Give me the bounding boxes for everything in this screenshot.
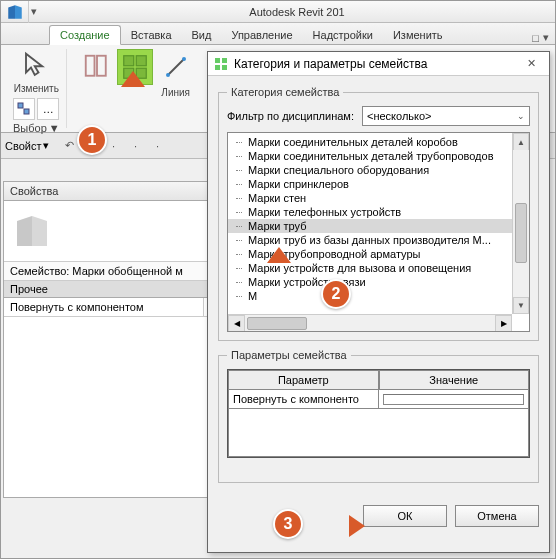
tree-hscrollbar[interactable]: ◀ ▶	[228, 314, 512, 331]
select-type-button[interactable]	[13, 98, 35, 120]
line-tool-button[interactable]	[155, 49, 197, 85]
qat-icon-5[interactable]: ·	[147, 136, 167, 156]
properties-section-label: Свойст	[5, 140, 41, 152]
svg-rect-14	[222, 65, 227, 70]
tree-item[interactable]: Марки специального оборудования	[228, 163, 529, 177]
ribbon-group-select: Изменить … Выбор ▼	[7, 49, 67, 128]
family-selector[interactable]: Семейство: Марки обобщенной м	[4, 261, 234, 281]
dialog-icon	[214, 57, 228, 71]
tab-box-icon[interactable]: □	[532, 32, 539, 44]
tab-chevron-icon[interactable]: ▾	[543, 31, 549, 44]
properties-section-button[interactable]: Свойст ▾	[5, 139, 49, 152]
tree-vscrollbar[interactable]: ▲ ▼	[512, 133, 529, 314]
properties-title: Свойства	[4, 182, 234, 201]
svg-line-8	[168, 59, 184, 75]
tree-item[interactable]: Марки спринклеров	[228, 177, 529, 191]
value-header: Значение	[379, 370, 530, 390]
modify-tool-button[interactable]	[18, 49, 54, 81]
group-other: Прочее	[4, 281, 234, 298]
svg-rect-2	[85, 56, 94, 76]
rotate-label: Повернуть с компонентом	[4, 298, 204, 316]
chevron-down-icon: ▾	[43, 139, 49, 152]
param-header: Параметр	[228, 370, 379, 390]
line-label: Линия	[155, 85, 197, 100]
tree-item-selected[interactable]: Марки труб	[228, 219, 529, 233]
properties-palette: Свойства Семейство: Марки обобщенной м П…	[3, 181, 235, 498]
annotation-arrow-1	[113, 69, 153, 135]
param-row: Повернуть с компоненто	[228, 390, 529, 409]
tab-modify[interactable]: Изменить	[383, 26, 453, 44]
svg-rect-1	[24, 109, 29, 114]
dialog-title: Категория и параметры семейства	[234, 57, 519, 71]
ribbon-tabs: Создание Вставка Вид Управление Надстрой…	[1, 23, 555, 45]
scroll-up-icon[interactable]: ▲	[513, 133, 529, 150]
tab-manage[interactable]: Управление	[221, 26, 302, 44]
svg-rect-11	[215, 58, 220, 63]
scroll-left-icon[interactable]: ◀	[228, 315, 245, 332]
ellipsis-icon: …	[43, 103, 54, 115]
params-legend: Параметры семейства	[227, 349, 351, 361]
scroll-right-icon[interactable]: ▶	[495, 315, 512, 332]
revit-r-icon	[12, 211, 52, 251]
select-dropdown-icon[interactable]: ▼	[49, 122, 60, 134]
svg-point-10	[182, 57, 186, 61]
annotation-badge-1: 1	[77, 125, 107, 155]
param-table: Параметр Значение Повернуть с компоненто	[227, 369, 530, 458]
svg-rect-3	[97, 56, 106, 76]
param-name: Повернуть с компоненто	[228, 390, 379, 409]
svg-rect-0	[18, 103, 23, 108]
annotation-arrow-2	[259, 245, 299, 315]
filter-label: Фильтр по дисциплинам:	[227, 110, 354, 122]
hscroll-thumb[interactable]	[247, 317, 307, 330]
combo-chevron-icon: ⌄	[517, 111, 525, 121]
annotation-arrow-3	[309, 509, 369, 543]
tree-item[interactable]: Марки стен	[228, 191, 529, 205]
scroll-thumb[interactable]	[515, 203, 527, 263]
param-checkbox[interactable]	[383, 394, 524, 405]
modify-label: Изменить	[14, 81, 59, 96]
window-title: Autodesk Revit 201	[39, 6, 555, 18]
tree-item[interactable]: Марки соединительных деталей трубопровод…	[228, 149, 529, 163]
scroll-down-icon[interactable]: ▼	[513, 297, 529, 314]
select-label: Выбор	[13, 122, 47, 134]
ok-button[interactable]: ОК	[363, 505, 447, 527]
tab-insert[interactable]: Вставка	[121, 26, 182, 44]
annotation-badge-2: 2	[321, 279, 351, 309]
tab-create[interactable]: Создание	[49, 25, 121, 45]
draw-btn-1[interactable]	[79, 49, 115, 85]
svg-rect-5	[136, 56, 146, 66]
close-button[interactable]: ✕	[519, 54, 543, 74]
filter-value: <несколько>	[367, 110, 432, 122]
svg-rect-12	[222, 58, 227, 63]
dialog-titlebar[interactable]: Категория и параметры семейства ✕	[208, 52, 549, 76]
rotate-with-component-row: Повернуть с компонентом	[4, 298, 234, 317]
svg-point-9	[166, 73, 170, 77]
select-options-button[interactable]: …	[37, 98, 59, 120]
category-legend: Категория семейства	[227, 86, 343, 98]
tree-item[interactable]: Марки соединительных деталей коробов	[228, 135, 529, 149]
app-logo[interactable]	[1, 1, 29, 23]
tab-view[interactable]: Вид	[182, 26, 222, 44]
svg-rect-13	[215, 65, 220, 70]
tree-item[interactable]: Марки телефонных устройств	[228, 205, 529, 219]
tab-addins[interactable]: Надстройки	[303, 26, 383, 44]
qat-icon-4[interactable]: ·	[125, 136, 145, 156]
title-bar: ▾ Autodesk Revit 201	[1, 1, 555, 23]
app-menu-chevron-icon[interactable]: ▾	[29, 1, 39, 23]
family-params-group: Параметры семейства Параметр Значение По…	[218, 349, 539, 483]
discipline-filter-combo[interactable]: <несколько> ⌄	[362, 106, 530, 126]
svg-rect-4	[123, 56, 133, 66]
annotation-badge-3: 3	[273, 509, 303, 539]
cancel-button[interactable]: Отмена	[455, 505, 539, 527]
